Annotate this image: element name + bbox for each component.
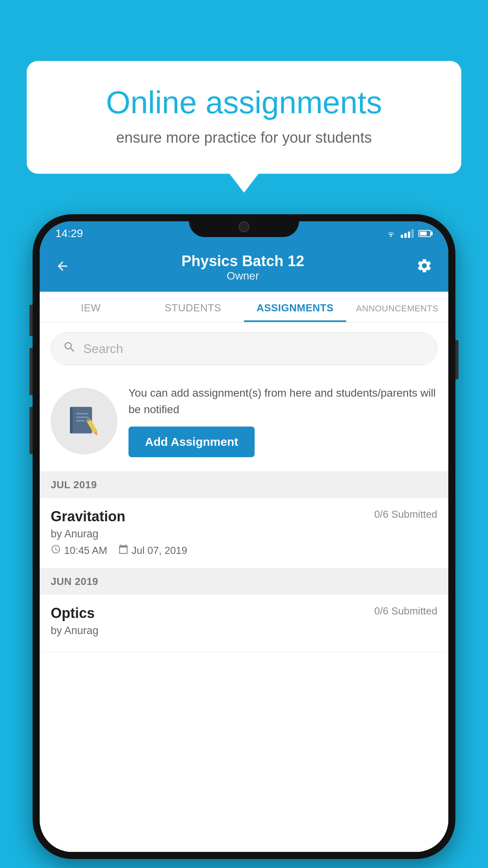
calendar-icon: [118, 544, 128, 557]
promo-text: You can add assignment(s) from here and …: [128, 385, 437, 418]
svg-point-0: [390, 236, 391, 237]
assignment-row-optics: Optics 0/6 Submitted: [51, 605, 437, 622]
assignment-meta: 10:45 AM Jul 07, 2019: [51, 544, 437, 557]
assignment-item-optics[interactable]: Optics 0/6 Submitted by Anurag: [40, 595, 448, 652]
battery-icon: [418, 230, 433, 237]
add-assignment-promo: You can add assignment(s) from here and …: [40, 373, 448, 472]
assignment-date-meta: Jul 07, 2019: [118, 544, 187, 557]
speech-bubble-container: Online assignments ensure more practice …: [27, 61, 461, 174]
svg-rect-4: [76, 417, 89, 418]
section-header-jul: JUL 2019: [40, 472, 448, 498]
clock-icon: [51, 544, 61, 557]
status-icons: [386, 229, 433, 238]
promo-right: You can add assignment(s) from here and …: [128, 385, 437, 457]
signal-bar-1: [401, 235, 403, 238]
back-button[interactable]: [55, 258, 70, 277]
header-title: Physics Batch 12: [182, 253, 305, 270]
battery-fill: [420, 232, 427, 235]
tab-students[interactable]: STUDENTS: [142, 292, 244, 322]
assignment-date: Jul 07, 2019: [132, 544, 187, 557]
assignment-author-optics: by Anurag: [51, 625, 437, 637]
notebook-icon: [66, 403, 102, 439]
assignment-time-meta: 10:45 AM: [51, 544, 107, 557]
speech-bubble: Online assignments ensure more practice …: [27, 61, 461, 174]
header-title-group: Physics Batch 12 Owner: [182, 253, 305, 282]
signal-bar-2: [404, 233, 407, 238]
tab-announcements[interactable]: ANNOUNCEMENTS: [346, 292, 448, 322]
assignment-name-optics: Optics: [51, 605, 95, 622]
svg-rect-2: [70, 407, 73, 434]
assignment-author: by Anurag: [51, 528, 437, 540]
search-bar[interactable]: Search: [51, 332, 437, 365]
tab-assignments[interactable]: ASSIGNMENTS: [244, 292, 346, 322]
signal-icon: [401, 229, 414, 238]
phone-power-button: [455, 340, 459, 379]
phone-frame: 14:29: [33, 214, 455, 859]
speech-bubble-title: Online assignments: [58, 85, 430, 121]
battery-body: [418, 230, 431, 237]
signal-bar-4: [411, 229, 414, 238]
phone-volume-up-button: [29, 348, 33, 395]
assignment-name: Gravitation: [51, 508, 125, 525]
screen-content: Search: [40, 323, 448, 852]
assignment-time: 10:45 AM: [64, 544, 107, 557]
promo-icon-circle: [51, 388, 117, 454]
app-header: Physics Batch 12 Owner: [40, 246, 448, 292]
status-time: 14:29: [55, 227, 83, 240]
phone-camera: [238, 221, 250, 232]
svg-rect-5: [76, 420, 85, 421]
phone-screen: 14:29: [40, 221, 448, 852]
section-header-jun: JUN 2019: [40, 568, 448, 595]
speech-bubble-subtitle: ensure more practice for your students: [58, 129, 430, 146]
header-subtitle: Owner: [182, 270, 305, 282]
add-assignment-button[interactable]: Add Assignment: [128, 427, 255, 457]
settings-button[interactable]: [416, 257, 433, 278]
phone-notch: [189, 214, 299, 237]
search-placeholder: Search: [83, 342, 123, 356]
svg-rect-3: [76, 413, 89, 414]
assignment-item-gravitation[interactable]: Gravitation 0/6 Submitted by Anurag 10:4…: [40, 498, 448, 568]
signal-bar-3: [408, 232, 410, 238]
tab-iew[interactable]: IEW: [40, 292, 142, 322]
tabs-bar: IEW STUDENTS ASSIGNMENTS ANNOUNCEMENTS: [40, 292, 448, 323]
phone-silent-button: [29, 305, 33, 336]
wifi-icon: [386, 229, 396, 238]
assignment-row: Gravitation 0/6 Submitted: [51, 508, 437, 525]
assignment-submitted: 0/6 Submitted: [374, 508, 437, 520]
search-icon: [63, 340, 76, 357]
battery-tip: [431, 232, 433, 235]
assignment-submitted-optics: 0/6 Submitted: [374, 605, 437, 617]
phone-volume-down-button: [29, 407, 33, 454]
